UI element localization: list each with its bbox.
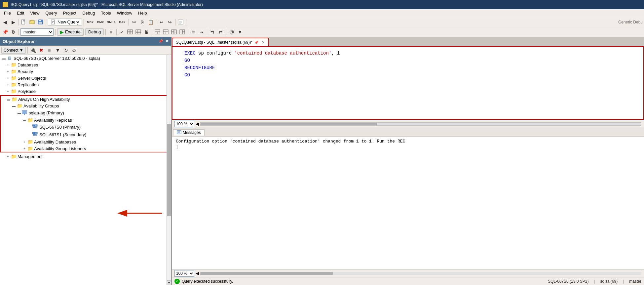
- results-hscroll-track[interactable]: [200, 272, 641, 275]
- menu-edit[interactable]: Edit: [14, 10, 27, 16]
- tree-polybase[interactable]: + 📁 PolyBase: [0, 88, 171, 95]
- menu-project[interactable]: Project: [60, 10, 79, 16]
- query-tab-close-icon[interactable]: ✕: [262, 40, 265, 45]
- oe-close-icon[interactable]: ✕: [165, 39, 169, 44]
- layout-btn2[interactable]: [162, 28, 170, 36]
- polybase-expand-icon[interactable]: +: [5, 90, 11, 93]
- menu-debug[interactable]: Debug: [80, 10, 97, 16]
- management-expand-icon[interactable]: +: [5, 155, 11, 158]
- security-expand-icon[interactable]: +: [5, 70, 11, 73]
- tree-replica-primary[interactable]: + SQL-667S0 (Primary): [1, 123, 170, 131]
- code-editor[interactable]: EXEC sp_configure 'contained database au…: [172, 47, 644, 120]
- oe-filter-icon[interactable]: ▼: [54, 47, 61, 54]
- parse-btn[interactable]: ✓: [118, 28, 126, 36]
- xmla-btn[interactable]: XMLA: [106, 19, 117, 26]
- tree-replication[interactable]: + 📁 Replication: [0, 81, 171, 88]
- cut-btn[interactable]: ✂: [131, 19, 138, 26]
- results-zoom-selector[interactable]: 100 % 75 % 150 %: [174, 270, 194, 277]
- query-tab-pin-icon[interactable]: 📌: [254, 41, 258, 44]
- oe-scrollbar[interactable]: ▼: [167, 55, 171, 285]
- oe-pin-icon[interactable]: 📌: [158, 39, 163, 44]
- tree-databases[interactable]: + 📁 Databases: [0, 61, 171, 68]
- down-arrow-btn[interactable]: ▼: [236, 28, 244, 36]
- indent-btn[interactable]: ⇥: [198, 28, 205, 36]
- avail-replicas-expand-icon[interactable]: ▬: [22, 118, 27, 122]
- oe-disconnect-icon[interactable]: ✖: [38, 47, 45, 54]
- replication-expand-icon[interactable]: +: [5, 83, 11, 87]
- connect-dropdown-icon[interactable]: ▼: [19, 48, 23, 53]
- paste-btn[interactable]: 📋: [147, 19, 154, 26]
- copy-btn[interactable]: ⎘: [139, 19, 146, 26]
- menu-file[interactable]: File: [1, 10, 14, 16]
- tree-sqlaa-ag[interactable]: ▬ sqlaa-ag (Primary): [1, 109, 170, 117]
- tree-security[interactable]: + 📁 Security: [0, 68, 171, 75]
- layout-btn4[interactable]: [179, 28, 186, 36]
- summary-btn[interactable]: [177, 19, 184, 26]
- oe-stop-icon[interactable]: ■: [46, 47, 53, 54]
- avail-db-expand-icon[interactable]: +: [22, 140, 27, 144]
- menu-window[interactable]: Window: [114, 10, 135, 16]
- dax-btn[interactable]: DAX: [118, 19, 127, 26]
- layout-btn3[interactable]: [170, 28, 178, 36]
- mdx-btn[interactable]: MDX: [86, 19, 95, 26]
- avail-groups-expand-icon[interactable]: ▬: [11, 104, 17, 108]
- grid-btn2[interactable]: [135, 28, 142, 36]
- layout-btn1[interactable]: [154, 28, 161, 36]
- new-query-button[interactable]: New Query: [48, 19, 82, 26]
- forward-btn[interactable]: ▶: [10, 19, 17, 26]
- calc-btn[interactable]: 🖩: [143, 28, 150, 36]
- debug-button[interactable]: Debug: [85, 28, 104, 35]
- connect-button[interactable]: Connect ▼: [1, 47, 26, 54]
- grid-btn1[interactable]: [127, 28, 134, 36]
- tree-replica-secondary[interactable]: + SQL-667S1 (Secondary): [1, 131, 170, 139]
- undo-btn[interactable]: ↩: [158, 19, 165, 26]
- databases-expand-icon[interactable]: +: [5, 63, 11, 67]
- editor-hscroll-track[interactable]: [200, 122, 641, 126]
- new-file-btn[interactable]: [20, 19, 28, 26]
- cursor-btn[interactable]: 🖱: [10, 28, 17, 36]
- messages-tab[interactable]: Messages: [173, 129, 205, 136]
- oe-connect-icon[interactable]: 🔌: [29, 47, 37, 54]
- toggle-btn2[interactable]: ⇄: [217, 28, 224, 36]
- tree-server-objects[interactable]: + 📁 Server Objects: [0, 75, 171, 81]
- redo-btn[interactable]: ↪: [166, 19, 173, 26]
- database-selector[interactable]: master: [20, 28, 54, 36]
- oe-scroll-down[interactable]: ▼: [167, 280, 171, 285]
- oe-sync-icon[interactable]: ⟳: [71, 47, 78, 54]
- results-hscroll-thumb[interactable]: [201, 272, 333, 275]
- results-scroll-left-icon[interactable]: ◀: [196, 271, 199, 276]
- align-left-btn[interactable]: ≡: [190, 28, 197, 36]
- editor-hscroll-thumb[interactable]: [201, 123, 377, 125]
- avail-listeners-expand-icon[interactable]: +: [22, 147, 27, 150]
- tree-availability-listeners[interactable]: + 📁 Availability Group Listeners: [1, 145, 170, 152]
- tree-always-on[interactable]: ▬ 📁 Always On High Availability: [1, 96, 170, 102]
- menu-view[interactable]: View: [27, 10, 42, 16]
- oe-header-controls: 📌 ✕: [158, 39, 169, 44]
- stop-btn[interactable]: ■: [107, 28, 115, 36]
- tree-server-root[interactable]: ▬ 🖥 SQL-667S0 (SQL Server 13.0.5026.0 - …: [0, 55, 171, 61]
- server-expand-icon[interactable]: ▬: [1, 57, 7, 60]
- execute-button[interactable]: ▶ Execute: [57, 28, 84, 36]
- always-on-expand-icon[interactable]: ▬: [6, 98, 11, 101]
- menu-help[interactable]: Help: [135, 10, 150, 16]
- oe-scrollbar-thumb[interactable]: [167, 124, 171, 216]
- tree-management[interactable]: + 📁 Management: [0, 153, 171, 160]
- editor-scroll-left-icon[interactable]: ◀: [196, 121, 199, 126]
- save-btn[interactable]: [37, 19, 44, 26]
- back-btn[interactable]: ◀: [1, 19, 9, 26]
- dmx-btn[interactable]: DMX: [96, 19, 105, 26]
- tree-availability-groups[interactable]: ▬ 📁 Availability Groups: [1, 102, 170, 109]
- menu-tools[interactable]: Tools: [98, 10, 114, 16]
- editor-zoom-selector[interactable]: 100 % 75 % 150 %: [174, 121, 194, 127]
- query-tab-1[interactable]: SQLQuery1.sql - SQL...master (sqlsa (69)…: [172, 38, 269, 46]
- open-file-btn[interactable]: [29, 19, 36, 26]
- toggle-btn1[interactable]: ⇆: [209, 28, 216, 36]
- menu-query[interactable]: Query: [43, 10, 59, 16]
- oe-refresh-icon[interactable]: ↻: [62, 47, 70, 54]
- server-objects-expand-icon[interactable]: +: [5, 76, 11, 80]
- ref-btn[interactable]: @: [228, 28, 235, 36]
- sqlaa-ag-expand-icon[interactable]: ▬: [17, 111, 22, 115]
- tree-availability-replicas[interactable]: ▬ 📁 Availability Replicas: [1, 117, 170, 123]
- pin-btn[interactable]: 📌: [1, 28, 9, 36]
- tree-availability-databases[interactable]: + 📁 Availability Databases: [1, 139, 170, 145]
